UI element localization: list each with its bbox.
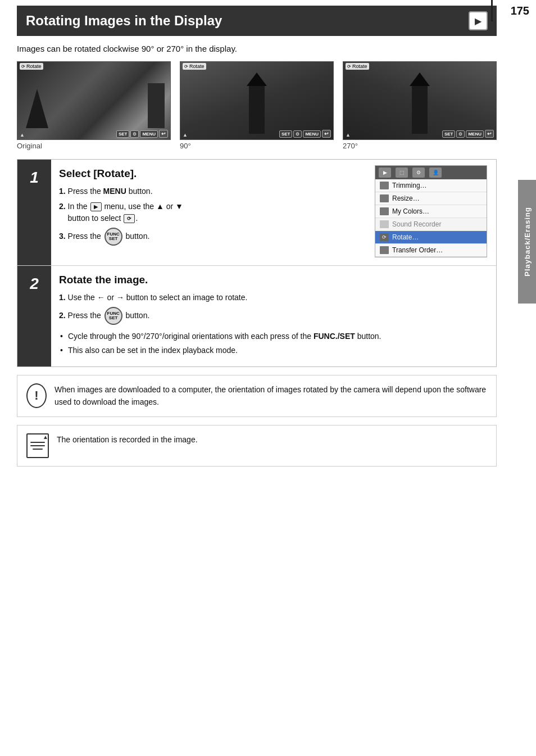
image-label-original: Original [17, 142, 42, 150]
caution-note-box: ! When images are downloaded to a comput… [17, 375, 497, 417]
example-images-row: ⟳ Rotate ▲ SET ⊙ MENU ↩ Original ⟳ Ro [17, 61, 497, 150]
level-indicator-270: ▲ [346, 132, 351, 138]
menu-item-rotate: ⟳ Rotate… [375, 231, 487, 244]
main-content: Rotating Images in the Display Images ca… [17, 6, 508, 467]
menu-icon-settings: ⚙ [412, 168, 425, 178]
image-label-270: 270° [343, 142, 358, 150]
resize-icon [380, 194, 389, 202]
step-1-number: 1 [30, 169, 39, 187]
step-2-body: Rotate the image. 1. Use the ← or → butt… [51, 266, 496, 366]
page-number: 175 [491, 0, 536, 21]
menu-item-soundrecorder: Sound Recorder [375, 218, 487, 231]
info-line-2 [30, 445, 45, 446]
func-set-button-1: FUNCSET [105, 228, 122, 246]
page-title: Rotating Images in the Display [26, 13, 222, 29]
step-1-row: 1 ▶ ⬚ ⚙ 👤 Trimming… [17, 160, 496, 266]
step-1-body: ▶ ⬚ ⚙ 👤 Trimming… Resize… [51, 160, 496, 265]
rotate-select-icon: ⟳ [124, 214, 135, 223]
menu-item-resize: Resize… [375, 192, 487, 205]
side-tab-label: Playback/Erasing [523, 207, 532, 277]
level-indicator-90: ▲ [183, 132, 188, 138]
info-icon [26, 433, 49, 458]
caution-note-text: When images are downloaded to a computer… [54, 383, 487, 409]
menu-top-icons: ▶ ⬚ ⚙ 👤 [375, 166, 487, 179]
steps-container: 1 ▶ ⬚ ⚙ 👤 Trimming… [17, 159, 497, 367]
image-original: ⟳ Rotate ▲ SET ⊙ MENU ↩ Original [17, 61, 171, 150]
image-label-90: 90° [180, 142, 191, 150]
rotate-label-original: ⟳ Rotate [20, 63, 43, 70]
rotate-label-90: ⟳ Rotate [183, 63, 206, 70]
bottom-buttons-90: SET ⊙ MENU ↩ [279, 130, 331, 138]
bottom-buttons-270: SET ⊙ MENU ↩ [442, 130, 494, 138]
image-270deg: ⟳ Rotate ▲ SET ⊙ MENU ↩ 270° [343, 61, 497, 150]
menu-icon-person: 👤 [429, 168, 442, 178]
menu-item-mycolors: My Colors… [375, 205, 487, 218]
step-2-instruction-1: 1. Use the ← or → button to select an im… [59, 292, 487, 304]
image-90deg: ⟳ Rotate ▲ SET ⊙ MENU ↩ 90° [180, 61, 334, 150]
level-indicator-original: ▲ [20, 132, 25, 138]
menu-icon-copy: ⬚ [396, 168, 408, 178]
step-2-instruction-2: 2. Press the FUNCSET button. [59, 307, 487, 325]
step-2-bullets: Cycle through the 90°/270°/original orie… [59, 331, 487, 356]
transferorder-icon [380, 246, 389, 254]
menu-screenshot: ▶ ⬚ ⚙ 👤 Trimming… Resize… [375, 165, 487, 257]
info-line-3 [33, 449, 43, 450]
soundrecorder-icon [380, 220, 389, 228]
intro-paragraph: Images can be rotated clockwise 90° or 2… [17, 44, 497, 53]
caution-icon: ! [26, 383, 47, 408]
step-2-row: 2 Rotate the image. 1. Use the ← or → bu… [17, 266, 496, 366]
menu-item-trimming: Trimming… [375, 179, 487, 192]
mycolors-icon [380, 207, 389, 215]
rotate-menu-icon: ⟳ [380, 233, 389, 241]
bullet-1: Cycle through the 90°/270°/original orie… [59, 331, 487, 342]
step-1-number-box: 1 [17, 160, 51, 265]
func-set-button-2: FUNCSET [105, 307, 122, 325]
step-2-number-box: 2 [17, 266, 51, 366]
playback-menu-icon: ▶ [90, 202, 102, 211]
side-tab: Playback/Erasing [518, 180, 536, 304]
camera-screen-original: ⟳ Rotate ▲ SET ⊙ MENU ↩ [17, 61, 171, 140]
info-note-text: The orientation is recorded in the image… [57, 433, 198, 446]
trimming-icon [380, 182, 389, 189]
camera-screen-270: ⟳ Rotate ▲ SET ⊙ MENU ↩ [343, 61, 497, 140]
menu-item-transferorder: Transfer Order… [375, 244, 487, 257]
menu-icon-playback: ▶ [379, 168, 391, 178]
rotate-label-270: ⟳ Rotate [346, 63, 369, 70]
bottom-buttons-original: SET ⊙ MENU ↩ [116, 130, 168, 138]
info-line-1 [30, 442, 45, 443]
step-2-number: 2 [30, 275, 39, 293]
bullet-2: This also can be set in the index playba… [59, 345, 487, 356]
camera-screen-90: ⟳ Rotate ▲ SET ⊙ MENU ↩ [180, 61, 334, 140]
title-bar: Rotating Images in the Display [17, 6, 497, 36]
playback-mode-icon [469, 11, 488, 30]
info-note-box: The orientation is recorded in the image… [17, 425, 497, 467]
step-2-title: Rotate the image. [59, 274, 487, 286]
